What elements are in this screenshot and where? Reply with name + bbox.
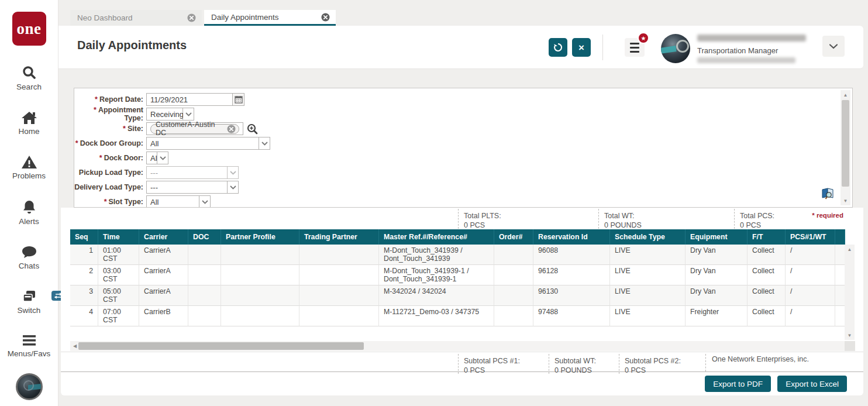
sidebar-item-switch[interactable]: Switch [8, 290, 51, 315]
cell [494, 245, 533, 265]
policies-book-icon[interactable] [821, 187, 836, 202]
cell [494, 265, 533, 285]
table-row[interactable]: 203:00 CSTCarrierAM-Dont_Touch_341939-1 … [70, 265, 845, 285]
column-header-time[interactable]: Time [98, 229, 139, 245]
switch-icon [21, 290, 37, 304]
summary-value: 0 PCS [740, 221, 822, 230]
sidebar-item-label: Menus/Favs [8, 349, 51, 358]
page-title: Daily Appointments [77, 39, 187, 52]
select-chevron-icon[interactable] [228, 181, 239, 194]
select-chevron-icon[interactable] [228, 166, 239, 179]
select-chevron-icon[interactable] [183, 108, 194, 121]
column-header-doc[interactable]: DOC [188, 229, 221, 245]
field-label: *Report Date: [74, 95, 143, 104]
site-search-icon[interactable] [247, 123, 258, 135]
export-to-excel-button[interactable]: Export to Excel [777, 376, 847, 392]
field-label: Pickup Load Type: [74, 168, 143, 177]
tab-daily-appointments[interactable]: Daily Appointments [204, 10, 336, 26]
cell: M-Dont_Touch_341939-1 / Dont_Touch_34193… [379, 265, 494, 285]
one-network-logo[interactable]: one [12, 12, 46, 46]
cell [188, 285, 221, 306]
scroll-down-icon[interactable]: ▼ [845, 331, 855, 340]
field-row-site: *Site:CustomerA-Austin DC [74, 122, 838, 135]
scroll-down-icon[interactable]: ▼ [841, 196, 850, 205]
dock-door-group-input[interactable]: All [146, 137, 259, 150]
report-date-input[interactable]: 11/29/2021 [146, 93, 233, 106]
cell: CarrierA [139, 285, 188, 306]
dock-door-input[interactable]: All [146, 152, 157, 164]
summary-value: 0 POUNDS [604, 221, 734, 230]
column-header-partner-profile[interactable]: Partner Profile [221, 229, 299, 245]
slot-type-field: All [146, 195, 211, 208]
cell: LIVE [610, 265, 686, 285]
select-chevron-icon[interactable] [259, 137, 270, 150]
slot-type-input[interactable]: All [146, 195, 199, 208]
close-page-button[interactable]: × [572, 38, 591, 57]
header-band: Daily Appointments × ★ Transportation Ma… [58, 26, 863, 69]
column-header-f-t[interactable]: F/T [748, 229, 786, 245]
cell [221, 285, 299, 306]
table-vertical-scrollbar[interactable]: ▲ ▼ [845, 245, 855, 340]
field-label: *Dock Door: [74, 154, 143, 162]
table-row[interactable]: 305:00 CSTCarrierAM-342024 / 34202496130… [70, 285, 845, 306]
column-header-order[interactable]: Order# [494, 229, 533, 245]
cell: 1 [70, 245, 98, 265]
select-chevron-icon[interactable] [199, 195, 211, 208]
delivery-load-type-value: --- [150, 183, 158, 192]
cell: 07:00 CST [98, 306, 139, 326]
appointment-type-input[interactable]: Receiving [146, 108, 183, 121]
tab-label: Daily Appointments [211, 13, 279, 22]
chip-remove-icon[interactable] [227, 125, 236, 133]
select-chevron-icon[interactable] [157, 152, 168, 164]
pickup-load-type-input[interactable]: --- [146, 166, 228, 179]
filter-fields: *Report Date:11/29/2021*Appointment Type… [74, 93, 838, 208]
cell [299, 306, 379, 326]
user-avatar[interactable] [661, 34, 690, 63]
column-header-clipped[interactable] [835, 229, 845, 245]
sidebar-item-home[interactable]: Home [8, 111, 51, 136]
export-to-pdf-button[interactable]: Export to PDF [705, 376, 771, 392]
sidebar-item-search[interactable]: Search [8, 65, 51, 91]
required-asterisk: * [95, 95, 98, 104]
column-header-schedule-type[interactable]: Schedule Type [610, 229, 686, 245]
delivery-load-type-input[interactable]: --- [146, 181, 228, 194]
cell [299, 265, 379, 285]
column-header-trading-partner[interactable]: Trading Partner [299, 229, 379, 245]
table-row[interactable]: 407:00 CSTCarrierBM-112721_Demo-03 / 347… [70, 306, 845, 326]
calendar-icon[interactable] [232, 93, 244, 106]
column-header-carrier[interactable]: Carrier [139, 229, 188, 245]
tab-close-icon[interactable] [321, 13, 330, 22]
sidebar-item-alerts[interactable]: Alerts [8, 199, 51, 226]
total-total-plts: Total PLTS:0 PCS [458, 209, 598, 229]
hamburger-icon [630, 43, 639, 44]
tab-neo-dashboard[interactable]: Neo Dashboard [70, 10, 202, 26]
tab-close-icon[interactable] [187, 13, 196, 22]
cell: M-112721_Demo-03 / 347375 [379, 306, 494, 326]
table-horizontal-scrollbar[interactable]: ◀ ▶ [70, 341, 855, 351]
sidebar-item-menus-favs[interactable]: Menus/Favs [8, 334, 51, 358]
column-header-pcs-1-wt[interactable]: PCS#1/WT [786, 229, 835, 245]
user-menu-dropdown-button[interactable] [822, 36, 845, 57]
cell: 96128 [533, 265, 610, 285]
site-chip-label: CustomerA-Austin DC [156, 121, 224, 137]
scroll-up-icon[interactable]: ▲ [841, 90, 850, 99]
refresh-button[interactable] [549, 38, 567, 57]
required-asterisk: * [123, 125, 126, 133]
sidebar-item-problems[interactable]: Problems [8, 155, 51, 180]
column-header-seq[interactable]: Seq [70, 229, 98, 245]
cell: M-342024 / 342024 [379, 285, 494, 306]
scroll-up-icon[interactable]: ▲ [845, 245, 855, 254]
cell: 4 [70, 306, 98, 326]
column-header-master-ref-reference[interactable]: Master Ref.#/Reference# [379, 229, 494, 245]
site-input[interactable]: CustomerA-Austin DC [146, 122, 243, 135]
column-header-equipment[interactable]: Equipment [686, 229, 748, 245]
neo-assistant-logo[interactable] [16, 373, 43, 400]
user-name-blurred [697, 35, 806, 42]
cell: 03:00 CST [98, 265, 139, 285]
table-row[interactable]: 101:00 CSTCarrierAM-Dont_Touch_341939 / … [70, 245, 845, 265]
cell: 96088 [533, 245, 610, 265]
form-vertical-scrollbar[interactable]: ▲ ▼ [841, 90, 850, 205]
column-header-reservation-id[interactable]: Reservation Id [533, 229, 610, 245]
sidebar-item-chats[interactable]: Chats [8, 245, 51, 270]
summary-label: Subtotal WT: [554, 356, 619, 366]
